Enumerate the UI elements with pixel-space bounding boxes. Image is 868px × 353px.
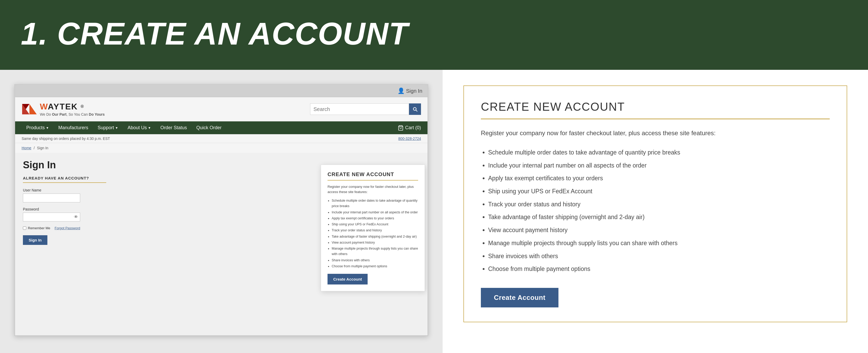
- list-item: Choose from multiple payment options: [332, 264, 418, 269]
- password-wrapper: 👁: [23, 213, 80, 222]
- logo-reg: ®: [81, 104, 84, 109]
- list-item: Take advantage of faster shipping (overn…: [332, 234, 418, 239]
- cart-label: Cart (0): [405, 125, 421, 130]
- user-icon: 👤: [398, 88, 405, 94]
- remember-label: Remember Me: [28, 226, 50, 230]
- breadcrumb-home[interactable]: Home: [22, 146, 31, 150]
- list-item: Choose from multiple payment options: [488, 263, 830, 275]
- list-item: Manage multiple projects through supply …: [488, 238, 830, 249]
- remember-row: Remember Me Forgot Password: [23, 226, 80, 230]
- list-item: Schedule multiple order dates to take ad…: [332, 198, 418, 209]
- popup-features-list: Schedule multiple order dates to take ad…: [328, 198, 418, 269]
- list-item: Ship using your UPS or FedEx Account: [488, 186, 830, 197]
- username-input[interactable]: [23, 194, 80, 202]
- panel-border: CREATE NEW ACCOUNT Register your company…: [463, 85, 847, 322]
- page-title: 1. CREATE AN ACCOUNT: [21, 16, 847, 52]
- list-item: Track your order status and history: [488, 199, 830, 210]
- browser-top-signin[interactable]: 👤 Sign In: [398, 88, 422, 94]
- popup-title: CREATE NEW ACCOUNT: [328, 171, 418, 180]
- list-item: View account payment history: [332, 240, 418, 245]
- nav-item-order-status[interactable]: Order Status: [156, 121, 192, 134]
- signin-section: Sign In ALREADY HAVE AN ACCOUNT? User Na…: [23, 159, 420, 245]
- chevron-down-icon: ▼: [46, 126, 49, 130]
- nav-left: Products ▼ Manufacturers Support ▼ About…: [22, 121, 226, 134]
- list-item: View account payment history: [488, 225, 830, 236]
- search-area: [310, 104, 421, 115]
- breadcrumb: Home / Sign In: [22, 146, 49, 150]
- list-item: Take advantage of faster shipping (overn…: [488, 211, 830, 223]
- chevron-down-icon-about: ▼: [148, 126, 151, 130]
- nav-item-manufacturers[interactable]: Manufacturers: [54, 121, 93, 134]
- logo-brand: WAYTEK: [40, 102, 81, 111]
- list-item: Include your internal part number on all…: [488, 160, 830, 171]
- remember-me-checkbox[interactable]: [23, 226, 26, 230]
- list-item: Track your order status and history: [332, 228, 418, 233]
- panel-features-list: Schedule multiple order dates to take ad…: [481, 147, 830, 275]
- nav-item-support[interactable]: Support ▼: [93, 121, 123, 134]
- popup-create-account-button[interactable]: Create Account: [328, 274, 368, 285]
- header-section: 1. CREATE AN ACCOUNT: [0, 0, 868, 70]
- nav-bar: Products ▼ Manufacturers Support ▼ About…: [15, 121, 428, 134]
- nav-cart[interactable]: Cart (0): [398, 125, 421, 131]
- shipping-banner: Same day shipping on orders placed by 4:…: [15, 134, 428, 143]
- search-button[interactable]: [409, 104, 421, 115]
- search-input[interactable]: [310, 104, 409, 115]
- panel-title: CREATE NEW ACCOUNT: [481, 100, 830, 119]
- list-item: Ship using your UPS or FedEx Account: [332, 222, 418, 227]
- list-item: Apply tax exempt certificates to your or…: [332, 216, 418, 221]
- forgot-password-link[interactable]: Forgot Password: [55, 226, 80, 230]
- right-panel: CREATE NEW ACCOUNT Register your company…: [442, 70, 868, 353]
- cart-icon: [398, 125, 404, 131]
- remember-left: Remember Me: [23, 226, 50, 230]
- nav-item-products[interactable]: Products ▼: [22, 121, 54, 134]
- already-label: ALREADY HAVE AN ACCOUNT?: [23, 176, 106, 183]
- signin-button[interactable]: Sign In: [23, 235, 48, 245]
- browser-window: 👤 Sign In: [14, 84, 428, 336]
- list-item: Include your internal part number on all…: [332, 210, 418, 215]
- page-wrapper: 1. CREATE AN ACCOUNT 👤 Sign In: [0, 0, 868, 353]
- list-item: Schedule multiple order dates to take ad…: [488, 147, 830, 158]
- site-header: WAYTEK ® We Do Our Part, So You Can Do Y…: [15, 97, 428, 121]
- nav-item-quick-order[interactable]: Quick Order: [192, 121, 226, 134]
- browser-main-content: Sign In ALREADY HAVE AN ACCOUNT? User Na…: [15, 153, 428, 335]
- logo-tagline: We Do Our Part, So You Can Do Yours: [40, 112, 105, 116]
- toggle-password-icon[interactable]: 👁: [74, 215, 78, 219]
- list-item: Share invoices with others: [332, 258, 418, 263]
- popup-desc: Register your company now for faster che…: [328, 184, 418, 194]
- panel-desc: Register your company now for faster che…: [481, 128, 830, 138]
- browser-top-bar: 👤 Sign In: [15, 85, 428, 97]
- list-item: Manage multiple projects through supply …: [332, 246, 418, 257]
- content-area: 👤 Sign In: [0, 70, 868, 353]
- create-account-popup: CREATE NEW ACCOUNT Register your company…: [321, 165, 425, 291]
- panel-create-account-button[interactable]: Create Account: [481, 288, 558, 307]
- breadcrumb-separator: /: [34, 146, 35, 150]
- nav-item-about[interactable]: About Us ▼: [123, 121, 156, 134]
- top-signin-label: Sign In: [406, 88, 422, 94]
- shipping-text: Same day shipping on orders placed by 4:…: [22, 137, 110, 141]
- logo-area: WAYTEK ® We Do Our Part, So You Can Do Y…: [22, 102, 105, 116]
- breadcrumb-area: Home / Sign In: [15, 143, 428, 153]
- search-icon: [412, 106, 418, 112]
- password-input[interactable]: [23, 213, 80, 222]
- svg-marker-1: [29, 104, 37, 114]
- list-item: Share invoices with others: [488, 251, 830, 262]
- waytek-logo-icon: [22, 104, 37, 114]
- chevron-down-icon-support: ▼: [115, 126, 118, 130]
- list-item: Apply tax exempt certificates to your or…: [488, 173, 830, 184]
- logo-text: WAYTEK ® We Do Our Part, So You Can Do Y…: [22, 102, 105, 116]
- browser-screenshot: 👤 Sign In: [0, 70, 442, 353]
- phone-link[interactable]: 800-328-2724: [398, 137, 421, 141]
- breadcrumb-current: Sign In: [37, 146, 49, 150]
